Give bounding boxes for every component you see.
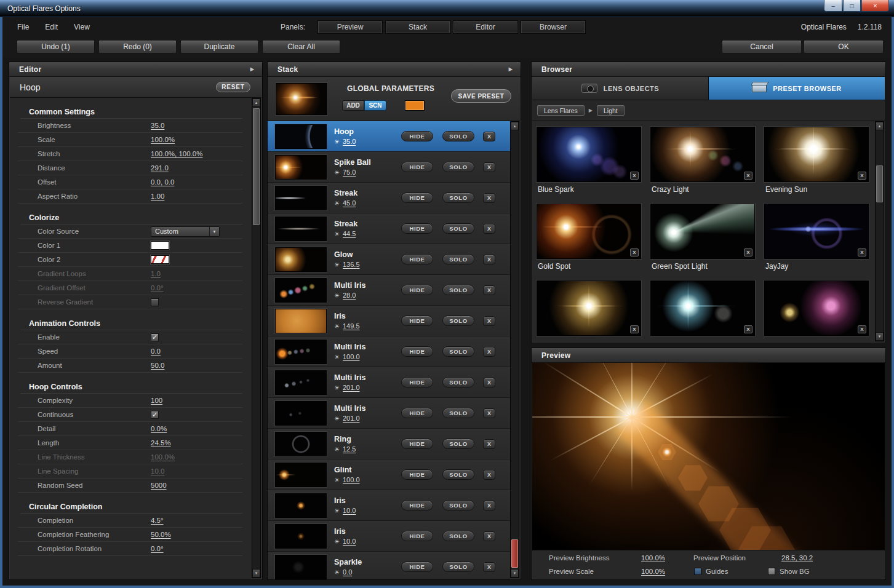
brightness-value[interactable]: 201.0: [343, 384, 360, 391]
value-scrubber[interactable]: 0.0: [151, 348, 161, 355]
hide-button[interactable]: HIDE: [401, 408, 433, 418]
stack-layer-row[interactable]: Iris☀149.5HIDESOLOX: [268, 306, 510, 336]
checkbox[interactable]: ✓: [151, 411, 159, 419]
scroll-up-icon[interactable]: ▲: [876, 122, 884, 130]
value-scrubber[interactable]: 291.0: [151, 164, 169, 172]
solo-button[interactable]: SOLO: [442, 469, 474, 480]
delete-layer-button[interactable]: X: [483, 255, 495, 264]
stack-layer-row[interactable]: Multi Iris☀100.0HIDESOLOX: [268, 336, 510, 367]
stack-scrollbar[interactable]: ▲ ▼: [510, 121, 519, 578]
delete-preset-button[interactable]: X: [630, 172, 639, 180]
cancel-button[interactable]: Cancel: [722, 40, 802, 54]
color-swatch[interactable]: [151, 241, 169, 250]
brightness-value[interactable]: 100.0: [343, 353, 360, 360]
solo-button[interactable]: SOLO: [442, 285, 474, 295]
delete-preset-button[interactable]: X: [630, 325, 639, 333]
hide-button[interactable]: HIDE: [401, 562, 433, 572]
delete-layer-button[interactable]: X: [483, 501, 495, 511]
value-scrubber[interactable]: 50.0: [151, 362, 164, 369]
stack-layer-row[interactable]: Spike Ball☀75.0HIDESOLOX: [268, 152, 510, 183]
hide-button[interactable]: HIDE: [401, 162, 433, 172]
brightness-value[interactable]: 75.0: [343, 169, 356, 176]
panel-button-editor[interactable]: Editor: [453, 20, 518, 34]
ok-button[interactable]: OK: [804, 40, 884, 54]
preset-item[interactable]: XEvening Sun: [764, 127, 873, 204]
window-titlebar[interactable]: Optical Flares Options – □ ×: [0, 0, 894, 17]
preset-item[interactable]: XCrazy Light: [650, 127, 760, 204]
value-scrubber[interactable]: 35.0: [151, 122, 164, 129]
hide-button[interactable]: HIDE: [401, 131, 433, 141]
solo-button[interactable]: SOLO: [442, 500, 474, 511]
panel-button-stack[interactable]: Stack: [385, 20, 450, 34]
preset-item[interactable]: XBlue Spark: [537, 127, 646, 204]
breadcrumb-item-light[interactable]: Light: [597, 105, 625, 116]
value-scrubber[interactable]: 4.5°: [151, 517, 164, 524]
delete-layer-button[interactable]: X: [483, 347, 495, 357]
solo-button[interactable]: SOLO: [442, 346, 474, 357]
value-scrubber[interactable]: 100.0%: [151, 453, 175, 461]
delete-preset-button[interactable]: X: [630, 248, 639, 256]
value-scrubber[interactable]: 0.0°: [151, 284, 164, 292]
delete-preset-button[interactable]: X: [858, 325, 866, 333]
scn-button[interactable]: SCN: [364, 100, 386, 111]
brightness-value[interactable]: 100.0: [343, 476, 360, 483]
duplicate-button[interactable]: Duplicate: [180, 40, 258, 54]
hide-button[interactable]: HIDE: [401, 377, 433, 387]
stack-scrollbar-thumb[interactable]: [511, 539, 518, 568]
stack-layer-row[interactable]: Multi Iris☀201.0HIDESOLOX: [268, 367, 510, 398]
menu-item-view[interactable]: View: [74, 23, 90, 31]
solo-button[interactable]: SOLO: [442, 439, 474, 449]
value-scrubber[interactable]: 10.0: [151, 467, 164, 475]
save-preset-button[interactable]: SAVE PRESET: [451, 89, 511, 103]
scroll-down-icon[interactable]: ▼: [252, 569, 260, 578]
brightness-value[interactable]: 12.5: [343, 445, 356, 453]
color-swatch[interactable]: [151, 255, 169, 264]
close-button[interactable]: ×: [861, 0, 889, 12]
show-bg-checkbox[interactable]: [768, 568, 775, 575]
solo-button[interactable]: SOLO: [442, 193, 474, 203]
value-scrubber[interactable]: 100.0%: [151, 136, 175, 143]
scroll-up-icon[interactable]: ▲: [252, 98, 260, 107]
global-flare-thumbnail[interactable]: [276, 83, 327, 115]
brightness-value[interactable]: 45.0: [343, 199, 356, 207]
preset-item[interactable]: XGold Spot: [537, 204, 646, 280]
brightness-value[interactable]: 149.5: [343, 322, 360, 330]
hide-button[interactable]: HIDE: [401, 531, 433, 541]
stack-layer-row[interactable]: Glint☀100.0HIDESOLOX: [268, 459, 510, 490]
tab-preset-browser[interactable]: PRESET BROWSER: [709, 77, 885, 100]
panel-button-preview[interactable]: Preview: [317, 20, 383, 34]
delete-preset-button[interactable]: X: [858, 248, 866, 256]
hide-button[interactable]: HIDE: [401, 469, 433, 480]
value-scrubber[interactable]: 50.0%: [151, 531, 171, 538]
collapse-arrow-icon[interactable]: ▶: [506, 65, 516, 74]
value-scrubber[interactable]: 0.0°: [151, 545, 164, 552]
solo-button[interactable]: SOLO: [442, 223, 474, 234]
maximize-button[interactable]: □: [843, 0, 861, 12]
brightness-value[interactable]: 35.0: [343, 138, 356, 145]
checkbox[interactable]: [151, 298, 159, 306]
stack-layer-row[interactable]: Hoop☀35.0HIDESOLOX: [268, 121, 510, 152]
stack-layer-row[interactable]: Sparkle☀0.0HIDESOLOX: [268, 552, 510, 579]
menu-item-edit[interactable]: Edit: [45, 23, 58, 31]
browser-scrollbar-thumb[interactable]: [876, 165, 883, 202]
global-color-swatch[interactable]: [405, 100, 425, 111]
delete-layer-button[interactable]: X: [483, 224, 495, 234]
solo-button[interactable]: SOLO: [442, 408, 474, 418]
hide-button[interactable]: HIDE: [401, 193, 433, 203]
delete-layer-button[interactable]: X: [483, 316, 495, 326]
delete-layer-button[interactable]: X: [483, 531, 495, 541]
clear-all-button[interactable]: Clear All: [262, 40, 340, 54]
preset-item[interactable]: X: [537, 280, 646, 341]
stack-layer-row[interactable]: Streak☀44.5HIDESOLOX: [268, 213, 510, 244]
menu-item-file[interactable]: File: [17, 23, 29, 31]
value-scrubber[interactable]: 0.0, 0.0: [151, 178, 174, 186]
collapse-arrow-icon[interactable]: ▶: [247, 65, 257, 74]
delete-preset-button[interactable]: X: [744, 248, 752, 256]
value-scrubber[interactable]: 24.5%: [151, 439, 171, 447]
brightness-value[interactable]: 136.5: [343, 261, 360, 268]
solo-button[interactable]: SOLO: [442, 562, 474, 572]
hide-button[interactable]: HIDE: [401, 346, 433, 357]
preset-item[interactable]: X: [764, 280, 873, 341]
color-source-dropdown[interactable]: Custom▼: [151, 226, 220, 237]
breadcrumb-item-lens-flares[interactable]: Lens Flares: [537, 105, 585, 116]
